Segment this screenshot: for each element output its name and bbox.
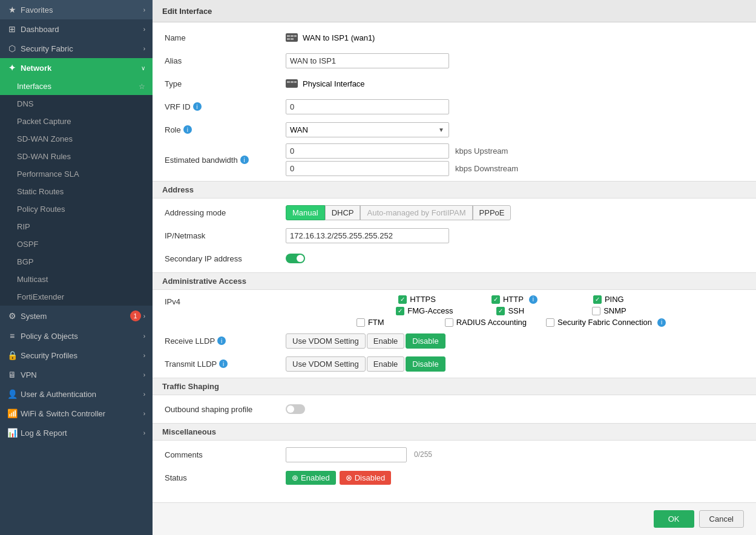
cb-ssh[interactable]: ✓ SSH xyxy=(496,306,524,315)
status-disabled-button[interactable]: ⊗ Disabled xyxy=(340,471,392,485)
est-bandwidth-info-icon[interactable]: i xyxy=(240,156,249,164)
alias-label: Alias xyxy=(165,56,286,65)
policy-routes-label: Policy Routes xyxy=(17,205,65,214)
main-content: Edit Interface Name WAN to ISP1 (wan1) A… xyxy=(153,0,756,535)
sidebar-item-system[interactable]: ⚙ System 1 › xyxy=(0,306,153,326)
ok-button[interactable]: OK xyxy=(654,510,694,528)
name-value-text: WAN to ISP1 (wan1) xyxy=(303,33,375,42)
cb-ping[interactable]: ✓ PING xyxy=(593,295,624,304)
cb-security-fabric[interactable]: Security Fabric Connection i xyxy=(546,318,666,327)
transmit-lldp-info-icon[interactable]: i xyxy=(219,359,228,368)
radius-checkbox[interactable] xyxy=(445,318,453,327)
receive-lldp-enable[interactable]: Enable xyxy=(367,333,404,349)
interfaces-star-icon[interactable]: ☆ xyxy=(139,82,145,91)
sidebar-sub-packet-capture[interactable]: Packet Capture xyxy=(0,113,153,130)
role-select[interactable]: WAN LAN DMZ Undefined xyxy=(286,122,449,137)
http-checkbox[interactable]: ✓ xyxy=(491,295,500,304)
ping-label: PING xyxy=(605,295,624,304)
vrf-id-info-icon[interactable]: i xyxy=(193,102,202,111)
cb-fmg-access[interactable]: ✓ FMG-Access xyxy=(396,306,453,315)
sidebar-sub-policy-routes[interactable]: Policy Routes xyxy=(0,200,153,218)
ip-netmask-input[interactable] xyxy=(286,228,449,243)
alias-input[interactable] xyxy=(286,53,449,68)
sidebar-sub-rip[interactable]: RIP xyxy=(0,218,153,235)
cb-radius[interactable]: RADIUS Accounting xyxy=(445,318,527,327)
snmp-checkbox[interactable] xyxy=(592,307,600,315)
secondary-ip-toggle-switch[interactable] xyxy=(286,254,305,263)
sidebar-sub-sdwan-rules[interactable]: SD-WAN Rules xyxy=(0,148,153,165)
network-arrow: ∨ xyxy=(141,65,145,71)
sidebar-item-wifi-switch[interactable]: 📶 WiFi & Switch Controller › xyxy=(0,404,153,423)
comments-input[interactable] xyxy=(286,447,407,462)
sidebar-sub-fortiextender[interactable]: FortiExtender xyxy=(0,288,153,306)
receive-lldp-use-vdom[interactable]: Use VDOM Setting xyxy=(286,333,366,349)
cb-row1: ✓ HTTPS ✓ HTTP i ✓ PING xyxy=(398,295,631,304)
outbound-shaping-row: Outbound shaping profile xyxy=(165,400,744,418)
sidebar-sub-dns[interactable]: DNS xyxy=(0,95,153,113)
transmit-lldp-use-vdom[interactable]: Use VDOM Setting xyxy=(286,356,366,372)
receive-lldp-info-icon[interactable]: i xyxy=(217,336,226,345)
outbound-shaping-toggle-switch[interactable] xyxy=(286,404,305,414)
sidebar-item-user-auth[interactable]: 👤 User & Authentication › xyxy=(0,384,153,404)
ssh-checkbox[interactable]: ✓ xyxy=(496,307,505,315)
sidebar-item-log-report[interactable]: 📊 Log & Report › xyxy=(0,423,153,442)
addr-btn-dhcp[interactable]: DHCP xyxy=(325,205,361,220)
https-checkbox[interactable]: ✓ xyxy=(398,295,407,304)
sidebar-sub-interfaces[interactable]: Interfaces ☆ xyxy=(0,77,153,95)
addr-btn-manual[interactable]: Manual xyxy=(286,205,325,220)
outbound-shaping-label: Outbound shaping profile xyxy=(165,405,286,414)
cancel-button[interactable]: Cancel xyxy=(699,510,744,528)
security-fabric-info-icon[interactable]: i xyxy=(657,318,666,327)
name-value: WAN to ISP1 (wan1) xyxy=(286,33,744,42)
svg-rect-1 xyxy=(287,35,290,37)
ftm-checkbox[interactable] xyxy=(357,318,365,327)
status-enabled-button[interactable]: ⊕ Enabled xyxy=(286,471,336,485)
sidebar-sub-ospf[interactable]: OSPF xyxy=(0,235,153,253)
addr-btn-pppoe[interactable]: PPPoE xyxy=(473,205,511,220)
receive-lldp-disable[interactable]: Disable xyxy=(406,333,445,349)
addr-btn-fortiipam[interactable]: Auto-managed by FortiIPAM xyxy=(360,205,472,220)
secondary-ip-row: Secondary IP address xyxy=(165,249,744,268)
cb-ftm[interactable]: FTM xyxy=(357,318,384,327)
transmit-lldp-label: Transmit LLDP i xyxy=(165,359,286,369)
name-row: Name WAN to ISP1 (wan1) xyxy=(165,28,744,47)
svg-rect-5 xyxy=(291,38,294,40)
cb-https[interactable]: ✓ HTTPS xyxy=(398,295,436,304)
upstream-input[interactable] xyxy=(286,143,449,159)
vpn-arrow: › xyxy=(143,372,145,378)
type-if-icon xyxy=(286,79,298,88)
cb-http[interactable]: ✓ HTTP i xyxy=(491,295,537,304)
comments-label: Comments xyxy=(165,450,286,459)
sidebar-sub-bgp[interactable]: BGP xyxy=(0,253,153,271)
alias-value xyxy=(286,53,744,68)
sidebar-item-security-fabric[interactable]: ⬡ Security Fabric › xyxy=(0,39,153,58)
sidebar-item-security-profiles[interactable]: 🔒 Security Profiles › xyxy=(0,346,153,365)
sidebar-sub-static-routes[interactable]: Static Routes xyxy=(0,183,153,200)
vrf-id-input[interactable] xyxy=(286,99,449,114)
address-section-header: Address xyxy=(153,181,756,199)
fmg-access-checkbox[interactable]: ✓ xyxy=(396,307,404,315)
role-info-icon[interactable]: i xyxy=(183,125,192,134)
sidebar-item-policy-objects[interactable]: ≡ Policy & Objects › xyxy=(0,326,153,346)
sidebar-sub-network: Interfaces ☆ DNS Packet Capture SD-WAN Z… xyxy=(0,77,153,306)
static-routes-label: Static Routes xyxy=(17,187,64,196)
transmit-lldp-enable[interactable]: Enable xyxy=(367,356,404,372)
addressing-mode-buttons: Manual DHCP Auto-managed by FortiIPAM PP… xyxy=(286,205,744,220)
role-value: WAN LAN DMZ Undefined xyxy=(286,122,744,137)
downstream-input[interactable] xyxy=(286,161,449,176)
http-info-icon[interactable]: i xyxy=(529,295,537,304)
sidebar-sub-performance-sla[interactable]: Performance SLA xyxy=(0,165,153,183)
transmit-lldp-disable[interactable]: Disable xyxy=(406,356,445,372)
sidebar-item-vpn[interactable]: 🖥 VPN › xyxy=(0,365,153,384)
est-bandwidth-value: kbps Upstream kbps Downstream xyxy=(286,143,744,176)
sidebar-sub-multicast[interactable]: Multicast xyxy=(0,271,153,288)
sidebar-item-favorites[interactable]: ★ Favorites › xyxy=(0,0,153,19)
security-fabric-conn-checkbox[interactable] xyxy=(546,318,554,327)
admin-access-section-header: Administrative Access xyxy=(153,272,756,290)
svg-rect-9 xyxy=(294,81,297,83)
cb-snmp[interactable]: SNMP xyxy=(592,306,626,315)
sidebar-sub-sdwan-zones[interactable]: SD-WAN Zones xyxy=(0,130,153,148)
sidebar-item-dashboard[interactable]: ⊞ Dashboard › xyxy=(0,19,153,39)
sidebar-item-network[interactable]: ✦ Network ∨ xyxy=(0,58,153,77)
ping-checkbox[interactable]: ✓ xyxy=(593,295,602,304)
